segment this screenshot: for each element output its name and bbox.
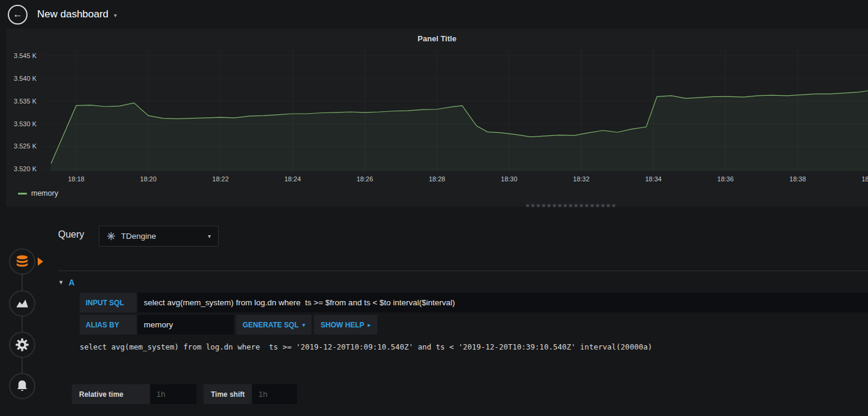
gear-icon <box>14 337 30 353</box>
svg-text:18:22: 18:22 <box>212 175 229 183</box>
relative-time-label: Relative time <box>72 384 150 404</box>
top-navbar: ← New dashboard ▾ <box>0 0 868 29</box>
panel-title[interactable]: Panel Title <box>6 34 868 43</box>
svg-text:18:40: 18:40 <box>861 175 868 183</box>
tab-visualization[interactable] <box>9 290 35 317</box>
tab-connector-line <box>22 262 23 387</box>
svg-text:18:18: 18:18 <box>68 175 84 183</box>
alias-by-field[interactable] <box>138 315 234 335</box>
show-help-label: SHOW HELP <box>320 321 364 329</box>
graph-icon <box>14 296 30 311</box>
tab-alert[interactable] <box>9 373 35 399</box>
query-ref-id: A <box>69 278 75 287</box>
tdengine-logo-icon <box>107 232 116 241</box>
svg-text:3.540 K: 3.540 K <box>14 75 37 82</box>
svg-text:18:36: 18:36 <box>717 175 734 183</box>
relative-time-field[interactable] <box>150 384 196 404</box>
alias-by-row: ALIAS BY GENERATE SQL ▾ SHOW HELP ▸ <box>80 315 868 335</box>
svg-text:3.525 K: 3.525 K <box>14 142 37 150</box>
svg-text:18:28: 18:28 <box>429 175 446 183</box>
bell-icon <box>15 379 29 393</box>
generate-sql-label: GENERATE SQL <box>243 321 299 329</box>
arrow-left-icon: ← <box>13 10 23 19</box>
spacer <box>196 384 204 404</box>
chevron-down-icon: ▾ <box>303 321 306 328</box>
tab-queries[interactable] <box>9 248 35 275</box>
database-icon <box>14 254 30 269</box>
show-help-button[interactable]: SHOW HELP ▸ <box>314 315 377 335</box>
chevron-down-icon: ▾ <box>208 233 211 239</box>
svg-text:3.545 K: 3.545 K <box>14 52 37 59</box>
svg-text:18:24: 18:24 <box>285 175 301 183</box>
svg-text:18:26: 18:26 <box>356 175 373 183</box>
collapse-caret-icon: ▾ <box>59 278 63 286</box>
timeseries-plot[interactable]: 3.520 K3.525 K3.530 K3.535 K3.540 K3.545… <box>6 44 868 187</box>
generate-sql-button[interactable]: GENERATE SQL ▾ <box>236 315 311 335</box>
back-button[interactable]: ← <box>8 5 28 25</box>
time-shift-label: Time shift <box>204 384 252 404</box>
svg-text:18:30: 18:30 <box>501 175 518 183</box>
legend-color-swatch <box>18 193 27 195</box>
svg-text:18:20: 18:20 <box>140 175 157 183</box>
time-shift-field[interactable] <box>252 384 297 404</box>
input-sql-label: INPUT SQL <box>80 293 137 312</box>
svg-text:18:32: 18:32 <box>573 175 590 183</box>
legend: memory <box>18 189 58 198</box>
svg-text:18:38: 18:38 <box>790 175 806 183</box>
active-tab-pointer <box>38 257 43 266</box>
query-section-title: Query <box>58 229 84 240</box>
graph-panel: Panel Title 3.520 K3.525 K3.530 K3.535 K… <box>6 29 868 207</box>
dashboard-title-dropdown[interactable]: New dashboard ▾ <box>37 8 117 20</box>
query-time-options-row: Relative time Time shift <box>72 384 297 404</box>
input-sql-field[interactable] <box>138 293 868 312</box>
svg-text:18:34: 18:34 <box>645 175 662 183</box>
svg-text:3.520 K: 3.520 K <box>14 165 37 172</box>
query-ref-row[interactable]: ▾ A <box>58 271 868 290</box>
dashboard-title: New dashboard <box>37 8 108 20</box>
legend-series-label[interactable]: memory <box>31 189 58 198</box>
svg-text:3.530 K: 3.530 K <box>14 120 37 127</box>
chevron-right-icon: ▸ <box>368 321 371 328</box>
datasource-select[interactable]: TDengine ▾ <box>99 226 219 247</box>
panel-resize-handle[interactable] <box>526 204 616 207</box>
svg-text:3.535 K: 3.535 K <box>14 98 37 105</box>
generated-sql-preview: select avg(mem_system) from log.dn where… <box>80 342 861 351</box>
alias-by-label: ALIAS BY <box>80 315 137 335</box>
datasource-name: TDengine <box>121 232 202 241</box>
grafana-edit-page: ← New dashboard ▾ Panel Title 3.520 K3.5… <box>0 0 868 416</box>
tab-general[interactable] <box>9 332 35 358</box>
input-sql-row: INPUT SQL <box>80 293 868 312</box>
chevron-down-icon: ▾ <box>114 10 117 19</box>
